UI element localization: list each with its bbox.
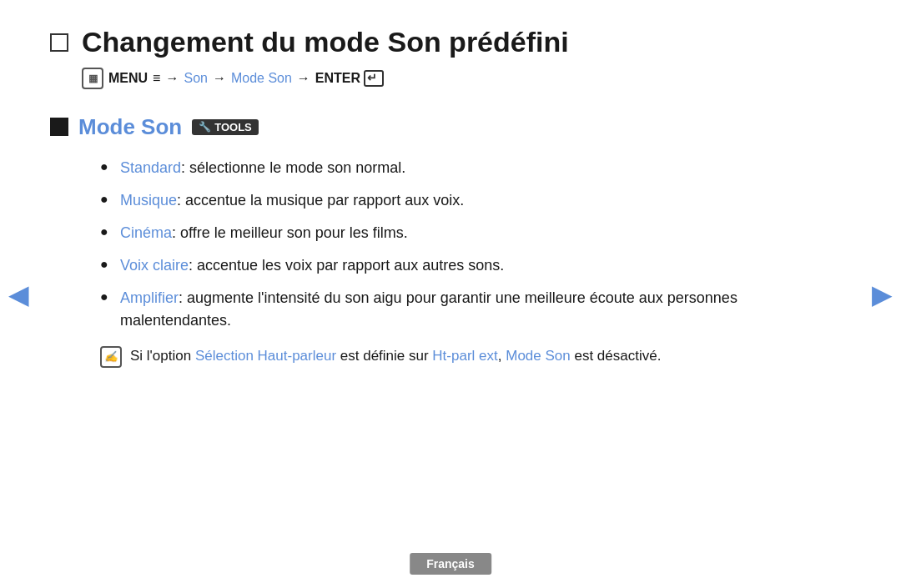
- breadcrumb-link-mode-son[interactable]: Mode Son: [231, 71, 292, 86]
- breadcrumb-sep3: →: [297, 71, 310, 86]
- note-text: Si l'option Sélection Haut-parleur est d…: [130, 345, 661, 367]
- enter-label: ENTER: [315, 71, 360, 86]
- note-text-after: est désactivé.: [571, 348, 662, 364]
- breadcrumb-sep1: →: [165, 71, 179, 86]
- note-link-selection: Sélection Haut-parleur: [195, 348, 336, 364]
- section-header: Mode Son 🔧 TOOLS: [50, 114, 851, 140]
- breadcrumb-sep2: →: [213, 71, 226, 86]
- section-block-icon: [50, 118, 68, 136]
- section-title: Mode Son: [78, 114, 182, 140]
- menu-label: MENU: [108, 71, 148, 86]
- note-link-mode-son: Mode Son: [506, 348, 571, 364]
- menu-icon: ▦: [82, 68, 103, 89]
- list-item: Musique: accentue la musique par rapport…: [100, 189, 851, 212]
- term-amplifier: Amplifier: [120, 289, 179, 306]
- breadcrumb-link-son[interactable]: Son: [184, 71, 207, 86]
- tools-badge: 🔧 TOOLS: [192, 119, 259, 135]
- note-section: ✍ Si l'option Sélection Haut-parleur est…: [100, 345, 851, 368]
- note-text-middle: est définie sur: [336, 348, 432, 364]
- note-text-comma: ,: [498, 348, 506, 364]
- title-checkbox: [50, 33, 68, 52]
- list-item: Standard: sélectionne le mode son normal…: [100, 157, 851, 179]
- note-link-ht-parl: Ht-parl ext: [432, 348, 497, 364]
- note-icon: ✍: [100, 346, 122, 368]
- nav-arrow-right[interactable]: ▶: [872, 279, 893, 310]
- note-text-before: Si l'option: [130, 348, 195, 364]
- term-cinema: Cinéma: [120, 224, 172, 241]
- nav-arrow-left[interactable]: ◀: [8, 279, 29, 310]
- menu-grid: ≡: [153, 71, 160, 86]
- language-badge: Français: [410, 553, 491, 575]
- list-item: Amplifier: augmente l'intensité du son a…: [100, 287, 851, 332]
- desc-amplifier: : augmente l'intensité du son aigu pour …: [120, 289, 737, 329]
- desc-musique: : accentue la musique par rapport aux vo…: [177, 192, 464, 209]
- list-item: Voix claire: accentue les voix par rappo…: [100, 254, 851, 277]
- desc-standard: : sélectionne le mode son normal.: [181, 159, 405, 176]
- breadcrumb: ▦ MENU ≡ → Son → Mode Son → ENTER: [82, 68, 851, 89]
- page-title: Changement du mode Son prédéfini: [82, 25, 569, 59]
- list-item: Cinéma: offre le meilleur son pour les f…: [100, 222, 851, 244]
- breadcrumb-enter: ENTER: [315, 70, 384, 87]
- term-musique: Musique: [120, 192, 177, 209]
- feature-list: Standard: sélectionne le mode son normal…: [100, 157, 851, 332]
- enter-icon: [364, 70, 384, 87]
- tools-label: TOOLS: [214, 121, 252, 133]
- desc-voix-claire: : accentue les voix par rapport aux autr…: [189, 257, 504, 274]
- desc-cinema: : offre le meilleur son pour les films.: [172, 224, 408, 241]
- tools-icon: 🔧: [199, 121, 211, 133]
- term-voix-claire: Voix claire: [120, 257, 189, 274]
- term-standard: Standard: [120, 159, 181, 176]
